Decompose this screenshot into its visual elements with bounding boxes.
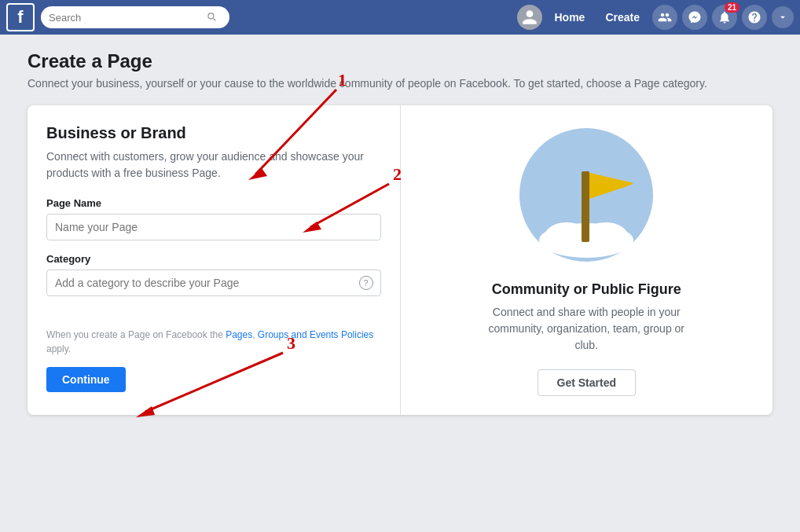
svg-rect-4 bbox=[582, 171, 589, 242]
help-icon-btn[interactable] bbox=[742, 5, 767, 30]
page-name-input[interactable] bbox=[46, 214, 381, 240]
page-subtitle: Connect your business, yourself or your … bbox=[28, 77, 772, 90]
category-help-icon[interactable]: ? bbox=[359, 276, 373, 290]
pages-policy-link[interactable]: Pages bbox=[226, 329, 252, 340]
right-card-title: Community or Public Figure bbox=[492, 281, 681, 298]
navbar-left: f bbox=[6, 3, 517, 31]
search-bar[interactable] bbox=[41, 6, 229, 28]
notifications-icon-btn[interactable]: 21 bbox=[712, 5, 737, 30]
svg-point-3 bbox=[584, 222, 628, 251]
cards-row: Business or Brand Connect with customers… bbox=[28, 105, 772, 415]
messenger-icon-btn[interactable] bbox=[682, 5, 707, 30]
navbar-right: Home Create 21 bbox=[517, 5, 794, 30]
search-icon bbox=[206, 11, 217, 24]
search-input[interactable] bbox=[49, 12, 206, 24]
user-avatar[interactable] bbox=[517, 5, 542, 30]
main-content: Create a Page Connect your business, you… bbox=[15, 35, 785, 431]
policy-text-mid: , bbox=[252, 329, 258, 340]
left-card: Business or Brand Connect with customers… bbox=[28, 105, 401, 415]
navbar: f Home Create 21 bbox=[0, 0, 800, 35]
notification-badge: 21 bbox=[725, 2, 739, 13]
policy-text: When you create a Page on Facebook the P… bbox=[46, 328, 381, 356]
right-card: Community or Public Figure Connect and s… bbox=[401, 105, 773, 415]
groups-policy-link[interactable]: Groups and Events Policies bbox=[258, 329, 373, 340]
policy-text-prefix: When you create a Page on Facebook the bbox=[46, 329, 226, 340]
facebook-logo[interactable]: f bbox=[6, 3, 35, 31]
left-card-title: Business or Brand bbox=[46, 124, 381, 142]
page-name-label: Page Name bbox=[46, 197, 381, 209]
right-card-description: Connect and share with people in your co… bbox=[476, 304, 696, 354]
community-illustration bbox=[516, 124, 657, 266]
friends-icon-btn[interactable] bbox=[652, 5, 677, 30]
category-label: Category bbox=[46, 253, 381, 265]
page-title: Create a Page bbox=[28, 50, 772, 72]
category-input[interactable] bbox=[46, 270, 381, 296]
policy-text-suffix: apply. bbox=[46, 343, 71, 354]
dropdown-icon-btn[interactable] bbox=[772, 6, 794, 28]
create-nav-link[interactable]: Create bbox=[597, 11, 648, 24]
category-wrapper: ? bbox=[46, 270, 381, 296]
left-card-description: Connect with customers, grow your audien… bbox=[46, 149, 381, 182]
get-started-button[interactable]: Get Started bbox=[538, 369, 636, 396]
continue-button[interactable]: Continue bbox=[46, 367, 126, 392]
annotation-container: Business or Brand Connect with customers… bbox=[28, 105, 772, 415]
home-nav-link[interactable]: Home bbox=[547, 11, 593, 24]
